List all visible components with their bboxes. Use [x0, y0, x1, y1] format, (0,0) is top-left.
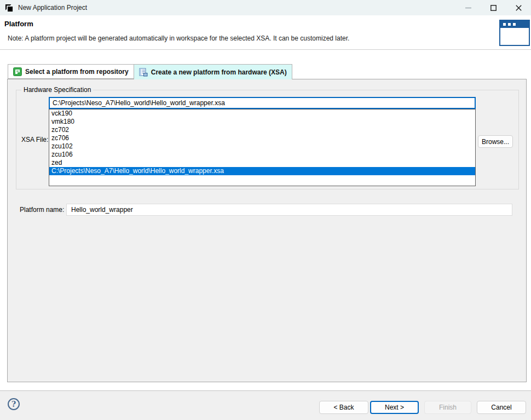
new-hardware-platform-icon — [139, 68, 148, 77]
dropdown-option[interactable]: vmk180 — [49, 118, 475, 126]
group-label: Hardware Specification — [21, 86, 93, 94]
xsa-file-dropdown-list: vck190 vmk180 zc702 zc706 zcu102 zcu106 … — [49, 109, 476, 186]
dropdown-option[interactable]: zed — [49, 159, 475, 167]
xsa-file-combo-input[interactable] — [49, 97, 476, 109]
tab-create-platform-from-hardware[interactable]: Create a new platform from hardware (XSA… — [134, 64, 292, 79]
finish-button: Finish — [424, 401, 471, 414]
tab-label: Select a platform from repository — [25, 68, 129, 76]
new-application-project-dialog: New Application Project Platform Note: A… — [0, 0, 531, 420]
help-icon[interactable]: ? — [8, 398, 20, 410]
repository-platform-icon — [13, 67, 22, 76]
platform-tabs: Select a platform from repository Create… — [8, 64, 292, 79]
page-title: Platform — [4, 20, 33, 28]
dropdown-option[interactable]: zc706 — [49, 134, 475, 142]
wizard-banner-icon — [499, 20, 530, 46]
maximize-icon[interactable] — [481, 0, 506, 15]
tab-label: Create a new platform from hardware (XSA… — [151, 68, 287, 76]
titlebar: New Application Project — [0, 0, 531, 15]
dropdown-option[interactable]: zc702 — [49, 126, 475, 134]
window-title: New Application Project — [18, 4, 87, 11]
platform-name-label: Platform name: — [20, 206, 64, 214]
next-button[interactable]: Next > — [370, 401, 419, 414]
browse-button[interactable]: Browse... — [478, 135, 513, 148]
amd-logo-icon — [5, 4, 13, 12]
cancel-button[interactable]: Cancel — [477, 401, 526, 414]
tab-content-panel: Hardware Specification XSA File: vck190 … — [7, 79, 527, 382]
close-icon[interactable] — [506, 0, 531, 15]
platform-name-input[interactable] — [66, 204, 512, 216]
tab-select-platform-from-repository[interactable]: Select a platform from repository — [8, 64, 134, 79]
dropdown-option[interactable]: vck190 — [49, 110, 475, 118]
header-note: Note: A platform project will be generat… — [8, 34, 349, 42]
dropdown-option[interactable]: zcu106 — [49, 151, 475, 159]
minimize-icon[interactable] — [455, 0, 481, 15]
back-button[interactable]: < Back — [319, 401, 368, 414]
footer-button-bar: ? < Back Next > Finish Cancel — [0, 391, 531, 420]
xsa-file-label: XSA File: — [21, 136, 48, 143]
dropdown-option[interactable]: zcu102 — [49, 142, 475, 151]
dropdown-option-selected[interactable]: C:\Projects\Neso_A7\Hello_world\Hello_wo… — [49, 167, 475, 175]
wizard-header: Platform Note: A platform project will b… — [0, 15, 531, 50]
window-controls — [455, 0, 531, 15]
